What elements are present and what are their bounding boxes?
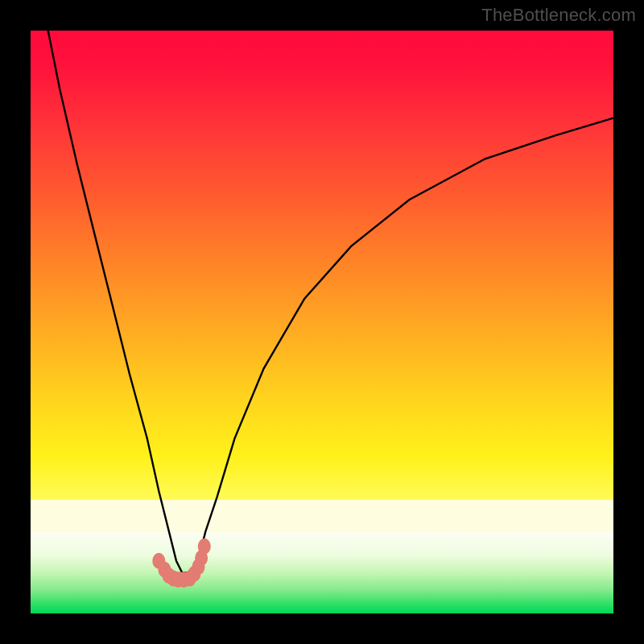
highlight-markers [152,539,210,588]
chart-frame: TheBottleneck.com [0,0,644,644]
plot-area [31,31,613,613]
marker-dot [198,539,211,555]
watermark-text: TheBottleneck.com [481,5,636,26]
curve-path [48,31,613,572]
bottleneck-curve [31,31,613,613]
